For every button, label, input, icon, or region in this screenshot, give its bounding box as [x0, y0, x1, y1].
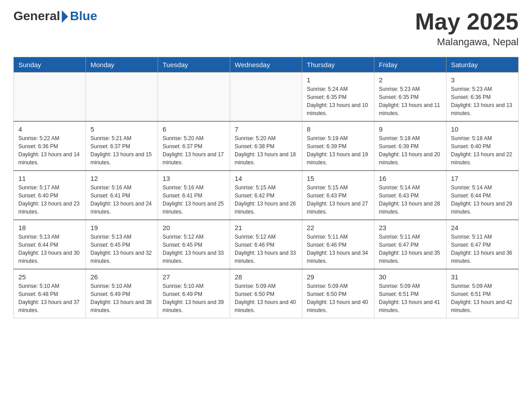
day-number: 13: [163, 175, 225, 182]
day-number: 25: [18, 273, 81, 281]
day-info: Sunrise: 5:17 AM Sunset: 6:40 PM Dayligh…: [18, 184, 81, 216]
calendar-cell: 27Sunrise: 5:10 AM Sunset: 6:49 PM Dayli…: [158, 269, 230, 318]
col-header-friday: Friday: [374, 57, 446, 73]
day-info: Sunrise: 5:18 AM Sunset: 6:39 PM Dayligh…: [379, 134, 442, 167]
day-info: Sunrise: 5:22 AM Sunset: 6:36 PM Dayligh…: [18, 134, 81, 167]
day-number: 8: [307, 125, 369, 133]
calendar-cell: 28Sunrise: 5:09 AM Sunset: 6:50 PM Dayli…: [230, 269, 302, 318]
calendar-cell: 22Sunrise: 5:11 AM Sunset: 6:46 PM Dayli…: [302, 220, 374, 269]
logo: General Blue: [13, 9, 97, 23]
calendar-cell: [230, 73, 302, 122]
day-number: 20: [163, 224, 225, 231]
calendar-cell: 12Sunrise: 5:16 AM Sunset: 6:41 PM Dayli…: [86, 171, 158, 220]
day-info: Sunrise: 5:12 AM Sunset: 6:46 PM Dayligh…: [235, 233, 297, 265]
col-header-sunday: Sunday: [14, 57, 86, 73]
calendar-cell: 21Sunrise: 5:12 AM Sunset: 6:46 PM Dayli…: [230, 220, 302, 269]
day-number: 18: [18, 224, 81, 231]
col-header-tuesday: Tuesday: [158, 57, 230, 73]
logo-blue-text: Blue: [70, 9, 97, 23]
day-info: Sunrise: 5:09 AM Sunset: 6:50 PM Dayligh…: [235, 282, 297, 314]
col-header-saturday: Saturday: [446, 57, 519, 73]
day-number: 5: [90, 125, 153, 133]
calendar-cell: 1Sunrise: 5:24 AM Sunset: 6:35 PM Daylig…: [302, 73, 374, 122]
calendar-cell: 5Sunrise: 5:21 AM Sunset: 6:37 PM Daylig…: [86, 121, 158, 171]
calendar-cell: 10Sunrise: 5:18 AM Sunset: 6:40 PM Dayli…: [446, 121, 519, 171]
calendar-cell: 24Sunrise: 5:11 AM Sunset: 6:47 PM Dayli…: [446, 220, 519, 269]
location-label: Malangawa, Nepal: [415, 36, 519, 48]
day-info: Sunrise: 5:16 AM Sunset: 6:41 PM Dayligh…: [90, 184, 153, 216]
day-number: 7: [235, 125, 297, 133]
day-number: 27: [163, 273, 225, 281]
calendar-cell: 2Sunrise: 5:23 AM Sunset: 6:35 PM Daylig…: [374, 73, 446, 122]
day-info: Sunrise: 5:19 AM Sunset: 6:39 PM Dayligh…: [307, 134, 369, 167]
day-number: 3: [451, 76, 514, 84]
calendar-cell: 31Sunrise: 5:09 AM Sunset: 6:51 PM Dayli…: [446, 269, 519, 318]
day-number: 10: [451, 125, 514, 133]
day-info: Sunrise: 5:09 AM Sunset: 6:51 PM Dayligh…: [379, 282, 442, 314]
day-info: Sunrise: 5:14 AM Sunset: 6:44 PM Dayligh…: [451, 184, 514, 216]
day-info: Sunrise: 5:10 AM Sunset: 6:48 PM Dayligh…: [18, 282, 81, 314]
calendar-week-row: 4Sunrise: 5:22 AM Sunset: 6:36 PM Daylig…: [14, 121, 519, 171]
day-info: Sunrise: 5:21 AM Sunset: 6:37 PM Dayligh…: [90, 134, 153, 167]
day-info: Sunrise: 5:10 AM Sunset: 6:49 PM Dayligh…: [90, 282, 153, 314]
calendar-cell: 7Sunrise: 5:20 AM Sunset: 6:38 PM Daylig…: [230, 121, 302, 171]
calendar-week-row: 25Sunrise: 5:10 AM Sunset: 6:48 PM Dayli…: [14, 269, 519, 318]
calendar-cell: [14, 73, 86, 122]
day-number: 21: [235, 224, 297, 231]
calendar-week-row: 18Sunrise: 5:13 AM Sunset: 6:44 PM Dayli…: [14, 220, 519, 269]
day-number: 14: [235, 175, 297, 182]
day-info: Sunrise: 5:12 AM Sunset: 6:45 PM Dayligh…: [163, 233, 225, 265]
day-number: 9: [379, 125, 442, 133]
calendar-cell: 11Sunrise: 5:17 AM Sunset: 6:40 PM Dayli…: [14, 171, 86, 220]
calendar-cell: 19Sunrise: 5:13 AM Sunset: 6:45 PM Dayli…: [86, 220, 158, 269]
day-number: 1: [307, 76, 369, 84]
day-number: 12: [90, 175, 153, 182]
calendar-cell: 18Sunrise: 5:13 AM Sunset: 6:44 PM Dayli…: [14, 220, 86, 269]
calendar-table: SundayMondayTuesdayWednesdayThursdayFrid…: [13, 57, 519, 318]
calendar-header-row: SundayMondayTuesdayWednesdayThursdayFrid…: [14, 57, 519, 73]
day-number: 11: [18, 175, 81, 182]
day-info: Sunrise: 5:20 AM Sunset: 6:37 PM Dayligh…: [163, 134, 225, 167]
day-info: Sunrise: 5:09 AM Sunset: 6:51 PM Dayligh…: [451, 282, 514, 314]
calendar-cell: 17Sunrise: 5:14 AM Sunset: 6:44 PM Dayli…: [446, 171, 519, 220]
calendar-cell: 16Sunrise: 5:14 AM Sunset: 6:43 PM Dayli…: [374, 171, 446, 220]
logo-general-text: General: [13, 9, 60, 23]
calendar-cell: 15Sunrise: 5:15 AM Sunset: 6:43 PM Dayli…: [302, 171, 374, 220]
day-info: Sunrise: 5:15 AM Sunset: 6:43 PM Dayligh…: [307, 184, 369, 216]
calendar-cell: 20Sunrise: 5:12 AM Sunset: 6:45 PM Dayli…: [158, 220, 230, 269]
calendar-cell: 14Sunrise: 5:15 AM Sunset: 6:42 PM Dayli…: [230, 171, 302, 220]
col-header-monday: Monday: [86, 57, 158, 73]
calendar-cell: 13Sunrise: 5:16 AM Sunset: 6:41 PM Dayli…: [158, 171, 230, 220]
day-info: Sunrise: 5:11 AM Sunset: 6:46 PM Dayligh…: [307, 233, 369, 265]
day-number: 28: [235, 273, 297, 281]
day-info: Sunrise: 5:10 AM Sunset: 6:49 PM Dayligh…: [163, 282, 225, 314]
calendar-cell: 3Sunrise: 5:23 AM Sunset: 6:36 PM Daylig…: [446, 73, 519, 122]
col-header-thursday: Thursday: [302, 57, 374, 73]
day-info: Sunrise: 5:11 AM Sunset: 6:47 PM Dayligh…: [451, 233, 514, 265]
day-number: 30: [379, 273, 442, 281]
col-header-wednesday: Wednesday: [230, 57, 302, 73]
day-number: 17: [451, 175, 514, 182]
title-block: May 2025 Malangawa, Nepal: [415, 9, 519, 48]
day-number: 16: [379, 175, 442, 182]
day-number: 29: [307, 273, 369, 281]
day-info: Sunrise: 5:13 AM Sunset: 6:44 PM Dayligh…: [18, 233, 81, 265]
day-number: 4: [18, 125, 81, 133]
day-info: Sunrise: 5:15 AM Sunset: 6:42 PM Dayligh…: [235, 184, 297, 216]
day-number: 24: [451, 224, 514, 231]
day-info: Sunrise: 5:23 AM Sunset: 6:35 PM Dayligh…: [379, 85, 442, 117]
calendar-cell: 6Sunrise: 5:20 AM Sunset: 6:37 PM Daylig…: [158, 121, 230, 171]
calendar-week-row: 1Sunrise: 5:24 AM Sunset: 6:35 PM Daylig…: [14, 73, 519, 122]
day-number: 22: [307, 224, 369, 231]
day-number: 31: [451, 273, 514, 281]
calendar-cell: 8Sunrise: 5:19 AM Sunset: 6:39 PM Daylig…: [302, 121, 374, 171]
day-info: Sunrise: 5:14 AM Sunset: 6:43 PM Dayligh…: [379, 184, 442, 216]
day-info: Sunrise: 5:16 AM Sunset: 6:41 PM Dayligh…: [163, 184, 225, 216]
day-info: Sunrise: 5:09 AM Sunset: 6:50 PM Dayligh…: [307, 282, 369, 314]
page-header: General Blue May 2025 Malangawa, Nepal: [13, 9, 519, 48]
calendar-cell: 25Sunrise: 5:10 AM Sunset: 6:48 PM Dayli…: [14, 269, 86, 318]
day-number: 6: [163, 125, 225, 133]
day-info: Sunrise: 5:11 AM Sunset: 6:47 PM Dayligh…: [379, 233, 442, 265]
day-info: Sunrise: 5:24 AM Sunset: 6:35 PM Dayligh…: [307, 85, 369, 117]
day-info: Sunrise: 5:13 AM Sunset: 6:45 PM Dayligh…: [90, 233, 153, 265]
